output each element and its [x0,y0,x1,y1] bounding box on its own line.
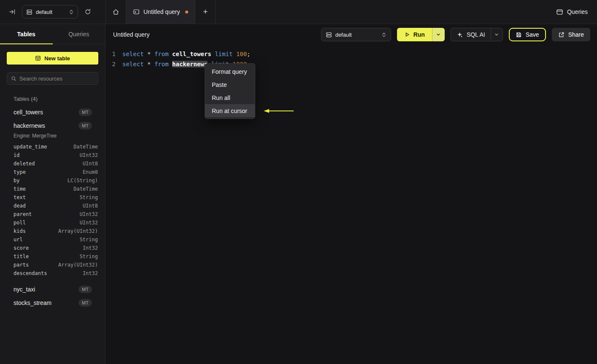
sql-ai-button[interactable]: SQL AI [451,28,491,41]
table-row-hackernews[interactable]: hackernews MT [0,119,105,132]
column-type: UInt8 [83,161,98,167]
save-button[interactable]: Save [509,28,546,41]
main-panel: Untitled query default [105,24,597,364]
editor-line[interactable]: 2select * from hackernews limit 1000 [105,59,597,69]
column-name: text [14,194,26,200]
column-type: Array(UInt32) [58,262,98,268]
column-row[interactable]: deletedUInt8 [0,159,105,168]
context-menu-item[interactable]: Run all [205,91,255,104]
topbar-right: Queries [556,0,597,24]
table-row-cell-towers[interactable]: cell_towers MT [0,105,105,119]
engine-badge: MT [78,122,92,129]
engine-badge: MT [78,286,92,293]
tab-home[interactable] [106,0,126,24]
refresh-button[interactable] [82,6,93,17]
table-name: cell_towers [14,109,43,116]
column-name: url [14,237,23,243]
share-button[interactable]: Share [552,28,590,41]
column-row[interactable]: parentUInt32 [0,210,105,218]
topbar: default Untitled query + [0,0,597,24]
queries-button[interactable]: Queries [556,8,588,16]
column-name: dead [14,203,26,209]
column-name: parts [14,262,29,268]
database-selector[interactable]: default [22,5,78,19]
table-row-stocks-stream[interactable]: stocks_stream MT [0,296,105,310]
column-type: UInt32 [80,152,98,158]
column-type: DateTime [73,186,98,192]
editor-line[interactable]: 1select * from cell_towers limit 100; [105,49,597,59]
column-type: String [80,194,98,200]
context-menu-item[interactable]: Paste [205,78,255,91]
column-type: Array(UInt32) [58,228,98,234]
column-row[interactable]: textString [0,193,105,202]
column-type: LC(String) [68,178,98,183]
tab-label: Untitled query [143,8,180,15]
sql-ai-label: SQL AI [467,31,485,38]
sidebar-tab-queries[interactable]: Queries [53,24,105,44]
column-name: deleted [14,161,35,167]
database-icon [26,9,32,15]
new-table-button[interactable]: New table [7,52,98,65]
column-row[interactable]: descendantsInt32 [0,269,105,278]
editor-context-menu: Format queryPasteRun allRun at cursor [205,63,255,119]
context-menu-item[interactable]: Run at cursor [205,104,255,117]
save-icon [516,32,522,38]
column-type: Int32 [83,270,98,276]
column-type: DateTime [73,144,98,150]
share-button-label: Share [568,31,584,38]
column-row[interactable]: typeEnum8 [0,168,105,176]
column-type: Int32 [83,245,98,251]
query-title: Untitled query [113,31,149,38]
column-name: title [14,253,29,259]
tab-untitled-query[interactable]: Untitled query [126,0,195,24]
chevron-down-icon [494,32,499,37]
app-body: Tables Queries New table Tables (4) cell… [0,24,597,364]
column-row[interactable]: urlString [0,235,105,244]
toolbar-database-selector[interactable]: default [321,28,391,41]
column-name: descendants [14,270,47,276]
column-row[interactable]: kidsArray(UInt32) [0,227,105,235]
column-row[interactable]: update_timeDateTime [0,143,105,151]
column-row[interactable]: timeDateTime [0,185,105,193]
unsaved-indicator-dot [185,11,188,13]
column-name: kids [14,228,26,234]
column-name: parent [14,211,32,217]
run-button[interactable]: Run [397,28,432,41]
sql-editor[interactable]: 1select * from cell_towers limit 100;2se… [105,45,597,69]
column-name: id [14,152,19,158]
context-menu-item[interactable]: Format query [205,65,255,78]
sql-ai-dropdown[interactable] [491,28,502,41]
table-name: nyc_taxi [14,286,35,293]
column-row[interactable]: idUInt32 [0,151,105,159]
code-token: * [144,51,154,57]
column-name: update_time [14,144,47,150]
column-row[interactable]: titleString [0,252,105,261]
toolbar-database-value: default [335,32,352,38]
table-row-nyc-taxi[interactable]: nyc_taxi MT [0,283,105,296]
run-button-label: Run [413,31,425,38]
refresh-icon [84,8,91,15]
topbar-left: default [0,0,105,24]
search-input[interactable] [19,75,94,82]
new-tab-button[interactable]: + [195,0,216,24]
code-token [232,51,236,57]
column-type: Enum8 [83,169,98,175]
column-name: poll [14,220,26,226]
code-token: limit [215,51,232,57]
column-row[interactable]: deadUInt8 [0,202,105,210]
table-grid-icon [35,55,41,61]
column-row[interactable]: scoreInt32 [0,244,105,252]
columns-list: update_timeDateTimeidUInt32deletedUInt8t… [0,143,105,278]
collapse-sidebar-button[interactable] [7,6,18,17]
column-row[interactable]: partsArray(UInt32) [0,261,105,269]
table-name: hackernews [14,122,45,129]
run-options-dropdown[interactable] [432,28,445,41]
sql-ai-button-group: SQL AI [451,28,503,41]
sparkle-icon [457,32,463,38]
code-token: ; [247,51,250,57]
column-row[interactable]: byLC(String) [0,176,105,185]
queries-icon [556,8,563,16]
column-row[interactable]: pollUInt32 [0,218,105,227]
line-number: 2 [105,61,116,67]
sidebar-tab-tables[interactable]: Tables [0,24,53,44]
